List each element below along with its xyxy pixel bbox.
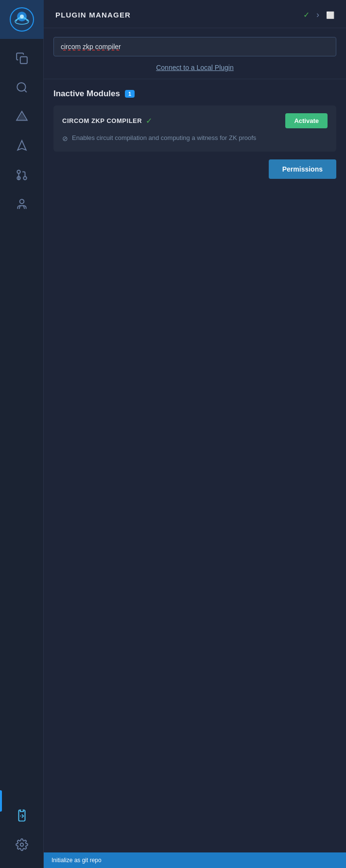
svg-point-10: [23, 176, 27, 180]
module-name-row: CIRCOM ZKP COMPILER ✓: [62, 116, 152, 125]
search-input-wrapper: [53, 37, 336, 56]
sidebar-logo: [0, 0, 44, 39]
header: PLUGIN MANAGER ✓ › ⬜: [44, 0, 346, 28]
module-circuit-icon: ⊘: [62, 134, 68, 144]
copy-icon: [16, 52, 28, 65]
chevron-icon[interactable]: ›: [316, 10, 319, 20]
permissions-button[interactable]: Permissions: [269, 159, 336, 179]
sidebar-bottom: [8, 802, 35, 868]
module-description: ⊘ Enables circuit compilation and comput…: [62, 133, 328, 144]
module-name: CIRCOM ZKP COMPILER: [62, 117, 142, 124]
sidebar-item-file-manager[interactable]: [8, 45, 35, 72]
deploy-icon: [16, 139, 28, 152]
remix-logo-icon: [9, 7, 35, 32]
git-icon: [16, 169, 28, 181]
section-title: Inactive Modules: [53, 89, 120, 99]
module-verified-icon: ✓: [146, 116, 152, 125]
module-description-text: Enables circuit compilation and computin…: [72, 133, 256, 143]
status-text: Initialize as git repo: [52, 857, 102, 864]
module-card: CIRCOM ZKP COMPILER ✓ Activate ⊘ Enables…: [53, 105, 336, 152]
svg-marker-9: [17, 140, 26, 150]
settings-icon: [16, 838, 28, 851]
solidity-icon: [16, 110, 28, 123]
search-input[interactable]: [61, 43, 329, 51]
sidebar-item-git[interactable]: [8, 161, 35, 189]
connect-link-section: Connect to a Local Plugin: [44, 56, 346, 79]
svg-point-5: [17, 83, 25, 91]
search-section: [44, 28, 346, 56]
docs-icon: [16, 198, 28, 210]
check-icon[interactable]: ✓: [303, 10, 310, 19]
sidebar-item-settings[interactable]: [8, 831, 35, 858]
modules-section: Inactive Modules 1 CIRCOM ZKP COMPILER ✓…: [44, 79, 346, 152]
activate-button[interactable]: Activate: [285, 113, 328, 128]
sidebar-items: [8, 39, 35, 802]
sidebar-item-deploy[interactable]: [8, 132, 35, 159]
connect-local-plugin-link[interactable]: Connect to a Local Plugin: [156, 64, 234, 71]
header-icons: ✓ › ⬜: [303, 10, 334, 20]
section-header: Inactive Modules 1: [53, 89, 336, 99]
sidebar-item-solidity[interactable]: [8, 103, 35, 130]
page-title: PLUGIN MANAGER: [55, 11, 297, 19]
svg-rect-4: [20, 57, 27, 64]
permissions-section: Permissions: [44, 152, 346, 179]
main-panel: PLUGIN MANAGER ✓ › ⬜ Connect to a Local …: [44, 0, 346, 868]
svg-point-14: [19, 199, 24, 204]
svg-line-6: [24, 90, 27, 92]
sidebar-item-plugin-manager[interactable]: [8, 802, 35, 829]
plugin-active-indicator: [0, 790, 2, 812]
inactive-badge: 1: [125, 90, 135, 98]
split-view-icon[interactable]: ⬜: [326, 11, 334, 19]
svg-point-16: [20, 843, 23, 847]
svg-point-3: [20, 15, 24, 18]
module-card-header: CIRCOM ZKP COMPILER ✓ Activate: [62, 113, 328, 128]
plugin-icon: [16, 809, 28, 822]
sidebar-item-docs[interactable]: [8, 191, 35, 218]
status-bar: Initialize as git repo: [44, 852, 346, 868]
search-icon: [16, 81, 28, 94]
sidebar-item-search[interactable]: [8, 74, 35, 101]
sidebar: [0, 0, 44, 868]
svg-point-11: [17, 170, 20, 174]
